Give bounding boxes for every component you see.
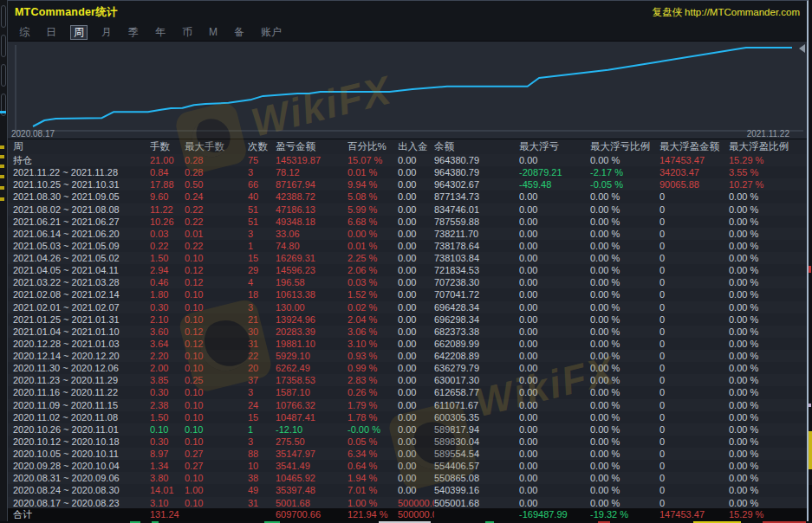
value-cell: 1.79 %	[348, 399, 398, 411]
table-row[interactable]: 2021.04.05 ~ 2021.04.112.940.122914596.2…	[8, 264, 807, 276]
column-header[interactable]: 余额	[434, 140, 519, 153]
equity-curve	[8, 42, 806, 140]
table-row[interactable]: 持仓21.000.2875145319.8715.07 %0.00964380.…	[8, 154, 807, 166]
value-cell: 0.26 %	[348, 386, 398, 398]
value-cell: 35147.97	[276, 448, 348, 460]
table-row[interactable]: 2021.10.25 ~ 2021.10.3117.880.506687167.…	[8, 178, 807, 190]
period-cell: 2020.11.30 ~ 2020.12.06	[13, 362, 150, 374]
table-row[interactable]: 2021.03.22 ~ 2021.03.280.460.124196.580.…	[8, 276, 807, 288]
menu-tab-m[interactable]: M	[206, 26, 220, 39]
value-cell: 0.00 %	[729, 313, 807, 326]
value-cell: 636279.79	[434, 362, 519, 374]
value-cell: 0.00	[519, 203, 590, 216]
value-cell: 37	[248, 374, 276, 386]
value-cell: 0.00 %	[590, 399, 659, 411]
menu-tab-zhanghu[interactable]: 账户	[258, 26, 284, 39]
menu-tab-ri[interactable]: 日	[43, 26, 59, 39]
table-row[interactable]: 2020.10.12 ~ 2020.10.180.300.103275.500.…	[8, 436, 807, 448]
value-cell: 75	[248, 154, 276, 166]
table-row[interactable]: 2021.11.22 ~ 2021.11.280.840.28378.120.0…	[8, 166, 807, 178]
menu-tab-bi[interactable]: 币	[179, 26, 195, 39]
value-cell: 0.00 %	[590, 350, 659, 362]
table-row[interactable]: 2021.06.21 ~ 2021.06.2710.260.225149348.…	[8, 216, 807, 228]
value-cell: 8.97	[150, 448, 185, 460]
value-cell: 1.94 %	[348, 472, 398, 484]
period-cell: 2020.09.28 ~ 2020.10.04	[13, 460, 150, 472]
table-row[interactable]: 2020.12.28 ~ 2021.01.033.640.123119881.1…	[8, 338, 807, 350]
table-row[interactable]: 2020.11.23 ~ 2020.11.293.850.253717358.5…	[8, 374, 807, 386]
menu-tab-ji[interactable]: 季	[126, 26, 141, 39]
value-cell: 2.00	[150, 362, 185, 374]
table-row[interactable]: 2021.08.30 ~ 2021.09.059.600.244042388.7…	[8, 190, 807, 203]
chart-scroll-arrow-icon[interactable]	[799, 44, 805, 53]
table-row[interactable]: 2020.08.17 ~ 2020.08.233.100.10315001.68…	[8, 497, 807, 509]
value-cell: 5.99 %	[348, 203, 398, 216]
value-cell: 0	[659, 484, 729, 496]
table-row[interactable]: 2021.04.26 ~ 2021.05.021.500.101516269.3…	[8, 252, 807, 264]
period-cell: 持仓	[13, 154, 150, 166]
value-cell: 15	[248, 411, 276, 423]
value-cell: 0.00 %	[729, 203, 807, 216]
value-cell: 0.00	[398, 436, 434, 448]
value-cell: 131.24	[150, 508, 185, 521]
column-header[interactable]: 最大手数	[185, 140, 248, 153]
background-marker	[809, 431, 812, 469]
table-row[interactable]: 2021.02.01 ~ 2021.02.070.300.103130.000.…	[8, 301, 807, 313]
menu-tab-zong[interactable]: 综	[16, 26, 32, 39]
value-cell: 554406.57	[434, 460, 519, 472]
menu-tab-nian[interactable]: 年	[153, 26, 168, 39]
background-marker	[0, 165, 4, 168]
value-cell: 0	[659, 326, 729, 338]
value-cell: 2.94	[150, 264, 185, 276]
value-cell: 0.00 %	[590, 423, 659, 436]
table-row[interactable]: 2021.02.08 ~ 2021.02.141.800.101810613.3…	[8, 288, 807, 300]
column-header[interactable]: 周	[13, 140, 150, 153]
table-row[interactable]: 2021.06.14 ~ 2021.06.200.030.01333.060.0…	[8, 228, 807, 240]
table-row[interactable]: 2020.10.05 ~ 2020.10.118.970.278835147.9…	[8, 448, 807, 460]
table-row[interactable]: 2021.01.04 ~ 2021.01.103.600.123020283.3…	[8, 326, 807, 338]
value-cell: 682373.38	[434, 326, 519, 338]
table-row[interactable]: 2020.08.31 ~ 2020.09.063.800.103810465.9…	[8, 472, 807, 484]
column-header[interactable]: 最大浮亏	[519, 140, 590, 153]
table-row[interactable]: 2020.10.26 ~ 2020.11.010.100.101-12.10-0…	[8, 423, 807, 436]
value-cell: 0.00 %	[590, 362, 659, 374]
value-cell: 0.10	[185, 497, 248, 509]
column-header[interactable]: 最大浮亏比例	[590, 140, 659, 153]
table-row[interactable]: 2020.11.02 ~ 2020.11.081.500.101510487.4…	[8, 411, 807, 423]
value-cell: 0	[659, 436, 729, 448]
value-cell: 0.00 %	[590, 411, 659, 423]
column-header[interactable]: 手数	[150, 140, 185, 153]
value-cell: 0.00 %	[729, 288, 807, 300]
value-cell: 0	[659, 288, 729, 300]
table-row[interactable]: 2021.05.03 ~ 2021.05.090.220.22174.800.0…	[8, 240, 807, 252]
table-row[interactable]: 2020.11.09 ~ 2020.11.152.380.102410766.3…	[8, 399, 807, 411]
table-row[interactable]: 2020.11.30 ~ 2020.12.062.000.10206262.49…	[8, 362, 807, 374]
value-cell	[248, 508, 276, 521]
value-cell: 87167.94	[276, 178, 348, 190]
table-total-row[interactable]: 合计131.24609700.66121.94 %500000.00-16948…	[8, 508, 807, 521]
table-row[interactable]: 2021.08.02 ~ 2021.08.0811.220.225147186.…	[8, 203, 807, 216]
menu-tab-bei[interactable]: 备	[231, 26, 247, 39]
table-row[interactable]: 2020.09.28 ~ 2020.10.041.340.27103541.49…	[8, 460, 807, 472]
menu-tab-yue[interactable]: 月	[99, 26, 114, 39]
table-row[interactable]: 2020.08.24 ~ 2020.08.3014.011.004935397.…	[8, 484, 807, 496]
column-header[interactable]: 盈亏金额	[276, 140, 348, 153]
column-header[interactable]: 最大浮盈金额	[659, 140, 729, 153]
value-cell: 0.00	[398, 484, 434, 496]
value-cell: 0.00	[398, 386, 434, 398]
value-cell: 90065.88	[659, 178, 729, 190]
value-cell: 0	[659, 264, 729, 276]
menu-tab-zhou[interactable]: 周	[70, 25, 88, 40]
period-cell: 2021.08.02 ~ 2021.08.08	[13, 203, 150, 216]
column-header[interactable]: 百分比%	[348, 140, 398, 153]
column-header[interactable]: 次数	[248, 140, 276, 153]
table-row[interactable]: 2020.12.14 ~ 2020.12.202.200.10225929.10…	[8, 350, 807, 362]
brand-link[interactable]: 复盘侠 http://MTCommander.com	[652, 6, 800, 19]
column-header[interactable]: 最大浮盈比例	[729, 140, 807, 153]
table-row[interactable]: 2021.01.25 ~ 2021.01.312.100.102113924.9…	[8, 313, 807, 326]
value-cell: 10613.38	[276, 288, 348, 300]
table-row[interactable]: 2020.11.16 ~ 2020.11.220.300.1031587.100…	[8, 386, 807, 398]
column-header[interactable]: 出入金	[398, 140, 434, 153]
value-cell: 275.50	[276, 436, 348, 448]
background-marker	[0, 145, 4, 149]
